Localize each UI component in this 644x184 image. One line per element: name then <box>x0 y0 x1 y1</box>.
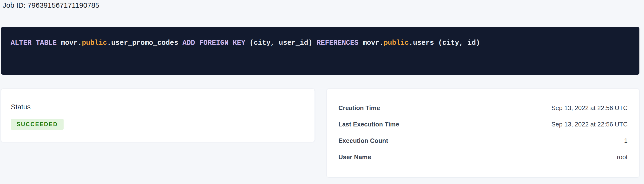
job-id-heading: Job ID: 796391567171190785 <box>3 0 99 10</box>
status-card: Status SUCCEEDED <box>1 89 315 142</box>
detail-row-creation-time: Creation Time Sep 13, 2022 at 22:56 UTC <box>338 100 628 116</box>
detail-row-execution-count: Execution Count 1 <box>338 132 628 149</box>
sql-statement: ALTER TABLE movr.public.user_promo_codes… <box>10 39 480 47</box>
detail-label: Creation Time <box>338 104 380 112</box>
detail-label: Execution Count <box>338 137 388 144</box>
detail-label: Last Execution Time <box>338 121 399 128</box>
detail-value: root <box>617 154 628 161</box>
status-card-title: Status <box>11 103 305 111</box>
detail-label: User Name <box>338 154 371 161</box>
detail-value: Sep 13, 2022 at 22:56 UTC <box>551 104 628 112</box>
detail-row-user-name: User Name root <box>338 149 628 165</box>
job-details-card: Creation Time Sep 13, 2022 at 22:56 UTC … <box>326 89 640 178</box>
detail-value: Sep 13, 2022 at 22:56 UTC <box>551 121 628 128</box>
sql-statement-box: ALTER TABLE movr.public.user_promo_codes… <box>1 27 640 75</box>
status-badge: SUCCEEDED <box>11 119 64 130</box>
detail-value: 1 <box>624 137 628 144</box>
detail-row-last-execution-time: Last Execution Time Sep 13, 2022 at 22:5… <box>338 116 628 132</box>
